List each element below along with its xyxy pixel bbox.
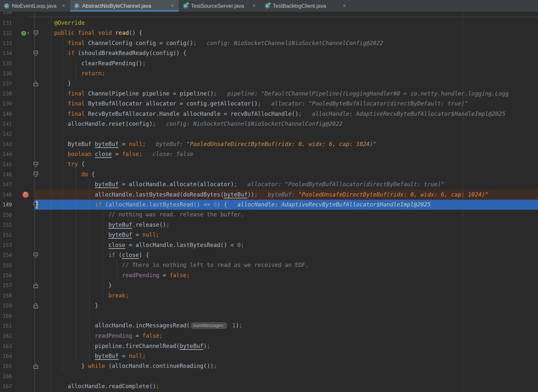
code-text[interactable]: pipeline.fireChannelRead(byteBuf); [41,341,538,351]
line-number[interactable]: 150 [0,212,20,218]
implements-method-icon[interactable]: I↑ [21,31,30,36]
line-number[interactable]: 147 [0,181,20,187]
line-number[interactable]: 146 [0,171,20,178]
tab-close-icon[interactable]: ✕ [170,3,175,8]
line-number[interactable]: 132 [0,30,20,36]
code-text[interactable]: break; [41,291,538,301]
line-number[interactable]: 152 [0,232,20,238]
code-text[interactable]: readPending = false; [41,331,538,341]
fold-marker-icon[interactable] [33,252,38,258]
code-editor[interactable]: 130131 @Override132I↑ public final void … [0,12,538,392]
code-text[interactable]: } while (allocHandle.continueReading()); [41,361,538,371]
fold-marker-icon[interactable] [33,31,38,36]
code-text[interactable]: byteBuf.release(); [41,220,538,230]
line-number[interactable]: 142 [0,131,20,137]
code-text[interactable]: byteBuf = null; [41,351,538,361]
fold-marker-icon[interactable] [33,172,38,177]
line-number[interactable]: 133 [0,40,20,46]
line-number[interactable]: 156 [0,272,20,278]
code-text[interactable]: if (allocHandle.lastBytesRead() <= 0) { … [41,200,538,210]
fold-marker-icon[interactable] [33,303,38,308]
line-number[interactable]: 134 [0,50,20,56]
code-text[interactable]: } [41,78,538,88]
fold-marker-icon[interactable] [33,50,38,56]
code-text[interactable]: allocHandle.reset(config); config: NioSo… [41,119,538,129]
line-number[interactable]: 167 [0,383,20,389]
line-number[interactable]: 139 [0,101,20,107]
code-text[interactable]: try { [41,159,538,169]
line-number[interactable]: 140 [0,111,20,117]
code-text[interactable]: if (close) { [41,250,538,260]
code-text[interactable]: // nothing was read. release the buffer. [41,210,538,220]
code-text[interactable]: do { [41,169,538,179]
code-text[interactable]: byteBuf = null; [41,230,538,240]
tab-close-icon[interactable]: ✕ [61,3,66,8]
line-number[interactable]: 164 [0,353,20,359]
line-number[interactable]: 155 [0,262,20,269]
code-text[interactable]: final ChannelConfig config = config(); c… [41,38,538,48]
code-text[interactable]: allocHandle.readComplete(); [41,381,538,391]
line-number[interactable]: 149 [0,202,20,208]
code-text[interactable]: byteBuf = allocHandle.allocate(allocator… [41,179,538,189]
code-text[interactable]: close = allocHandle.lastBytesRead() < 0; [41,240,538,250]
code-text[interactable]: return; [41,68,538,78]
line-number[interactable]: 151 [0,222,20,228]
tab-close-icon[interactable]: ✕ [251,3,257,8]
line-number[interactable]: 157 [0,282,20,288]
code-text[interactable]: clearReadPending(); [41,59,538,68]
tab-close-icon[interactable]: ✕ [342,3,347,8]
line-number[interactable]: 162 [0,333,20,339]
line-number[interactable]: 161 [0,323,20,329]
tab-TestBacklogClient-java[interactable]: CTestBacklogClient.java✕ [261,0,351,12]
tab-NioEventLoop-java[interactable]: CNioEventLoop.java✕ [0,0,70,12]
line-number[interactable]: 145 [0,161,20,168]
line-number[interactable]: 143 [0,141,20,147]
line-number[interactable]: 158 [0,293,20,299]
code-text[interactable]: final ByteBufAllocator allocator = confi… [41,99,538,109]
code-line-154: 154 if (close) { [0,250,538,260]
line-number[interactable]: 130 [0,12,20,15]
fold-marker-icon[interactable] [33,202,38,207]
fold-marker-icon[interactable] [33,162,38,167]
code-text[interactable]: final ChannelPipeline pipeline = pipelin… [41,89,538,99]
code-line-147: 147 byteBuf = allocHandle.allocate(alloc… [0,179,538,189]
line-number[interactable]: 144 [0,151,20,157]
code-text[interactable]: final RecvByteBufAllocator.Handle allocH… [41,109,538,119]
fold-marker-icon[interactable] [33,81,38,87]
code-token: ; [234,181,238,187]
code-text[interactable]: public final void read() { [41,28,538,38]
code-text[interactable]: } [41,280,538,290]
code-text[interactable]: } [41,301,538,311]
code-line-135: 135 clearReadPending(); [0,59,538,68]
line-number[interactable]: 160 [0,313,20,319]
line-number[interactable]: 136 [0,70,20,77]
line-number[interactable]: 153 [0,242,20,248]
code-text[interactable]: readPending = false; [41,270,538,280]
line-number[interactable]: 154 [0,252,20,258]
line-number[interactable]: 165 [0,363,20,369]
fold-marker-icon[interactable] [33,363,38,369]
tab-AbstractNioByteChannel-java[interactable]: CAbstractNioByteChannel.java✕ [70,0,179,12]
code-text[interactable]: allocHandle.incMessagesRead(numMessages:… [41,321,538,331]
code-text[interactable]: // There is nothing left to read as we r… [41,260,538,270]
code-text[interactable]: if (shouldBreakReadReady(config)) { [41,48,538,58]
line-number[interactable]: 166 [0,373,20,379]
line-number[interactable]: 163 [0,343,20,349]
code-token: if [95,201,102,208]
fold-marker-icon[interactable] [33,283,38,288]
line-number[interactable]: 148 [0,192,20,198]
code-token: ; [139,151,143,157]
code-text[interactable]: boolean close = false; close: false [41,149,538,159]
line-number[interactable]: 131 [0,20,20,26]
tab-TestSourceServer-java[interactable]: CTestSourceServer.java✕ [179,0,261,12]
code-text[interactable]: ByteBuf byteBuf = null; byteBuf: "Pooled… [41,139,538,149]
code-token: ; [254,191,258,198]
breakpoint-verified-icon[interactable] [23,192,29,198]
code-text[interactable]: allocHandle.lastBytesRead(doReadBytes(by… [41,190,538,200]
line-number[interactable]: 138 [0,91,20,97]
line-number[interactable]: 141 [0,121,20,127]
line-number[interactable]: 135 [0,60,20,67]
line-number[interactable]: 137 [0,81,20,87]
code-text[interactable]: @Override [41,18,538,28]
line-number[interactable]: 159 [0,303,20,309]
